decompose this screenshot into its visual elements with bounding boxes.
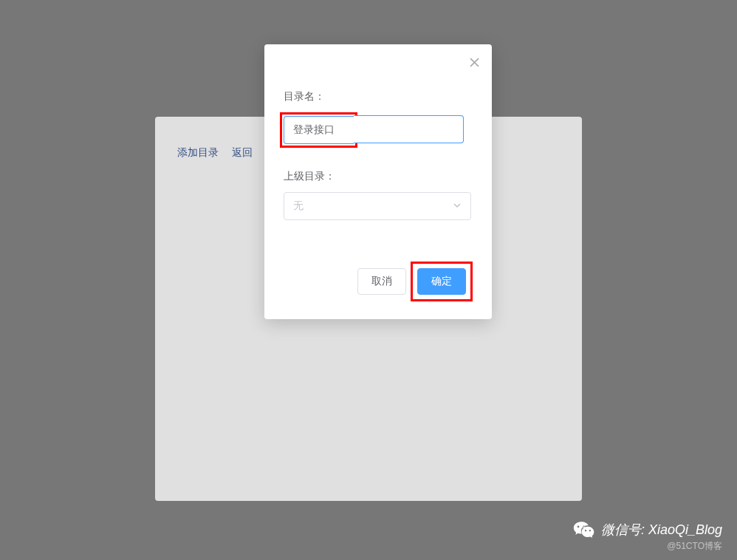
chevron-down-icon [453, 199, 462, 213]
directory-name-label: 目录名： [284, 90, 473, 103]
parent-directory-group: 上级目录： 无 [284, 170, 473, 220]
directory-name-group: 目录名： [284, 90, 473, 148]
wechat-icon [573, 520, 595, 539]
watermark: 微信号: XiaoQi_Blog [573, 520, 722, 539]
select-placeholder: 无 [293, 199, 304, 213]
directory-name-input[interactable] [284, 116, 354, 144]
parent-directory-label: 上级目录： [284, 170, 473, 183]
highlight-input [280, 112, 357, 148]
sub-watermark: @51CTO博客 [667, 540, 722, 553]
cancel-button[interactable]: 取消 [357, 268, 406, 295]
watermark-text: 微信号: XiaoQi_Blog [601, 521, 722, 539]
modal-footer: 取消 确定 [284, 262, 473, 301]
confirm-button[interactable]: 确定 [417, 268, 466, 295]
directory-name-input-ext[interactable] [354, 115, 464, 143]
close-button[interactable] [467, 55, 481, 69]
close-icon [470, 58, 479, 67]
parent-directory-select[interactable]: 无 [284, 192, 471, 220]
highlight-confirm: 确定 [411, 262, 473, 301]
add-directory-modal: 目录名： 上级目录： 无 取消 确定 [264, 44, 492, 319]
